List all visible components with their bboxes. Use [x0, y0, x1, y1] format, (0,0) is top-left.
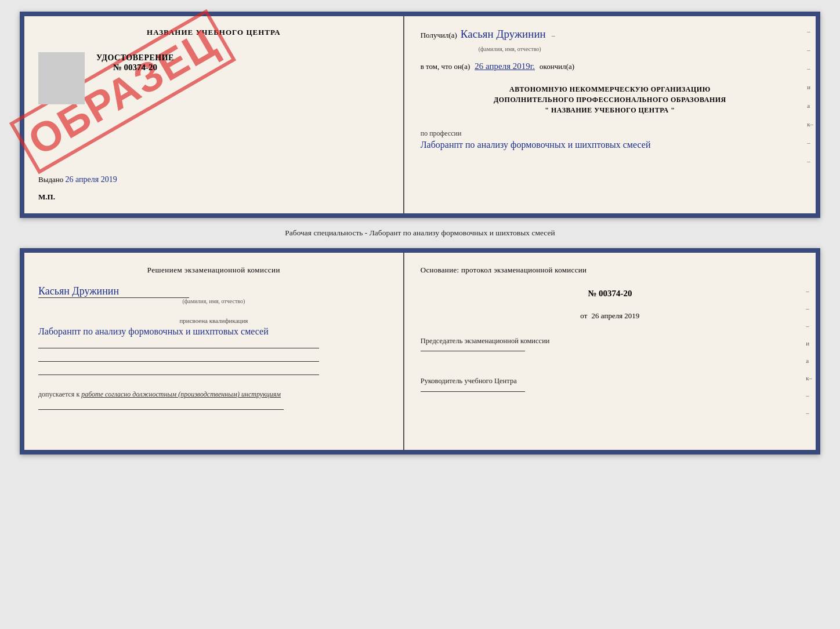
vydano-line: Выдано 26 апреля 2019 [38, 175, 389, 184]
komissia-title: Решением экзаменационной комиссии [38, 264, 389, 276]
name-handwritten-bottom: Касьян Дружинин [38, 285, 189, 298]
name-block-bottom: Касьян Дружинин (фамилия, имя, отчество) [38, 285, 389, 304]
side-chars-top: – – – и а к– – – [807, 28, 816, 165]
top-left-panel: НАЗВАНИЕ УЧЕБНОГО ЦЕНТРА ОБРАЗЕЦ УДОСТОВ… [24, 16, 404, 213]
vtom-prefix: в том, что он(а) [421, 62, 470, 71]
protocol-number: № 00374-20 [421, 289, 799, 299]
protocol-date-value: 26 апреля 2019 [592, 311, 640, 320]
predsedatel-block: Председатель экзаменационной комиссии [421, 336, 799, 361]
protocol-date-row: от 26 апреля 2019 [421, 311, 799, 321]
institution-block: АВТОНОМНУЮ НЕКОММЕРЧЕСКУЮ ОРГАНИЗАЦИЮ ДО… [421, 84, 799, 115]
rukovoditel-label: Руководитель учебного Центра [421, 376, 799, 387]
line-sep-4 [38, 409, 284, 410]
top-left-title: НАЗВАНИЕ УЧЕБНОГО ЦЕНТРА [38, 28, 389, 37]
specialty-line: Рабочая специальность - Лаборант по анал… [273, 228, 566, 238]
line-sep-2 [38, 361, 319, 362]
name-sublabel-bottom: (фамилия, имя, отчество) [38, 298, 389, 304]
ot-label: от [580, 311, 587, 320]
osnovaniye-label: Основание: протокол экзаменационной коми… [421, 264, 799, 276]
predsedatel-sig-line [421, 351, 525, 351]
dopuskaetsya-label: допускается к [38, 390, 79, 398]
top-right-panel: Получил(а) Касьян Дружинин – (фамилия, и… [404, 16, 816, 213]
kvali-block: присвоена квалификация Лаборанпт по анал… [38, 315, 389, 339]
profession-label: по профессии [421, 129, 799, 138]
udostoverenie-label: УДОСТОВЕРЕНИЕ [96, 53, 174, 63]
profession-value: Лаборанпт по анализу формовочных и шихпт… [421, 138, 799, 152]
bottom-right-panel: Основание: протокол экзаменационной коми… [404, 253, 816, 450]
bottom-left-panel: Решением экзаменационной комиссии Касьян… [24, 253, 404, 450]
name-sublabel-top: (фамилия, имя, отчество) [479, 46, 799, 52]
photo-placeholder [38, 52, 85, 104]
profession-block: по профессии Лаборанпт по анализу формов… [421, 129, 799, 152]
poluchil-label: Получил(а) [421, 31, 457, 40]
top-document-card: НАЗВАНИЕ УЧЕБНОГО ЦЕНТРА ОБРАЗЕЦ УДОСТОВ… [20, 12, 820, 218]
institution-line2: ДОПОЛНИТЕЛЬНОГО ПРОФЕССИОНАЛЬНОГО ОБРАЗО… [421, 94, 799, 105]
vydano-date: 26 апреля 2019 [66, 175, 117, 184]
rukovoditel-sig-line [421, 391, 525, 392]
udostoverenie-number: № 00374-20 [96, 63, 174, 72]
dopuskaetsya-block: допускается к работе согласно должностны… [38, 389, 389, 400]
dopuskaetsya-value: работе согласно должностным (производств… [81, 390, 281, 398]
completion-date: 26 апреля 2019г. [475, 61, 535, 71]
mp-label: М.П. [38, 192, 389, 202]
side-chars-bottom: – – – и а к– – – [806, 288, 812, 416]
rukovoditel-block: Руководитель учебного Центра [421, 376, 799, 401]
name-handwritten-top: Касьян Дружинин [461, 28, 546, 41]
line-sep-1 [38, 348, 319, 348]
okonchil-label: окончил(а) [540, 62, 574, 71]
bottom-document-card: Решением экзаменационной комиссии Касьян… [20, 248, 820, 455]
poluchil-row: Получил(а) Касьян Дружинин – [421, 28, 799, 42]
institution-line1: АВТОНОМНУЮ НЕКОММЕРЧЕСКУЮ ОРГАНИЗАЦИЮ [421, 84, 799, 94]
prisvoena-label: присвоена квалификация [38, 317, 389, 324]
institution-line3: " НАЗВАНИЕ УЧЕБНОГО ЦЕНТРА " [421, 105, 799, 115]
vtom-row: в том, что он(а) 26 апреля 2019г. окончи… [421, 61, 799, 74]
vydano-label: Выдано [38, 175, 63, 184]
line-sep-3 [38, 375, 319, 375]
predsedatel-label: Председатель экзаменационной комиссии [421, 336, 799, 347]
kvali-value: Лаборанпт по анализу формовочных и шихпт… [38, 324, 389, 339]
